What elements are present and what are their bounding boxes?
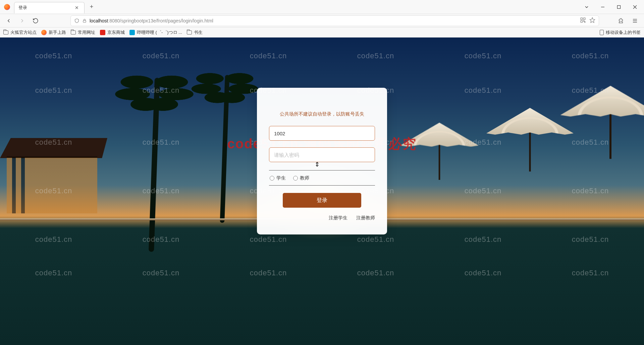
qr-icon[interactable]	[580, 17, 586, 24]
bg-palmtree	[111, 38, 198, 265]
svg-rect-6	[584, 18, 585, 19]
jd-favicon-icon	[100, 30, 105, 35]
window-titlebar: 登录 ✕ +	[0, 0, 644, 14]
lock-icon	[82, 18, 87, 23]
role-radio-group: 学生 教师	[269, 170, 375, 186]
titlebar-left: 登录 ✕ +	[0, 0, 97, 14]
register-teacher-link[interactable]: 注册教师	[356, 215, 375, 221]
bookmark-label: 常用网址	[78, 29, 95, 36]
tab-close-icon[interactable]: ✕	[73, 5, 80, 10]
url-right-icons	[580, 17, 595, 24]
svg-rect-8	[584, 21, 584, 21]
bookmark-label: 火狐官方站点	[10, 29, 37, 36]
bookmark-label: 新手上路	[49, 29, 66, 36]
window-dropdown-button[interactable]	[579, 2, 594, 12]
folder-icon	[187, 30, 192, 34]
svg-rect-5	[581, 18, 582, 19]
bookmark-label: 京东商城	[107, 29, 125, 36]
login-tip-text: 公共场所不建议自动登录，以防账号丢失	[269, 111, 375, 117]
window-controls	[579, 2, 644, 12]
username-input[interactable]	[269, 126, 375, 141]
role-option-teacher[interactable]: 教师	[293, 175, 309, 181]
bookmark-label: 哔哩哔哩 (゜-゜)つロ ...	[137, 29, 182, 36]
folder-icon	[3, 30, 8, 34]
new-tab-button[interactable]: +	[87, 2, 97, 12]
login-submit-button[interactable]: 登录	[283, 193, 361, 208]
extensions-button[interactable]	[615, 15, 627, 26]
star-icon[interactable]	[589, 17, 595, 24]
role-radio-student[interactable]	[270, 176, 274, 181]
svg-rect-9	[585, 22, 585, 22]
bilibili-favicon-icon	[129, 30, 135, 35]
bookmark-item[interactable]: 火狐官方站点	[3, 29, 37, 36]
browser-tab[interactable]: 登录 ✕	[14, 2, 85, 13]
role-option-student[interactable]: 学生	[270, 175, 286, 181]
url-path: :8080/springbootpx13e/front/pages/login/…	[108, 18, 213, 23]
bg-umbrella	[400, 123, 479, 147]
bookmark-item[interactable]: 书生	[187, 29, 203, 36]
url-input[interactable]: localhost:8080/springbootpx13e/front/pag…	[70, 15, 599, 26]
bookmark-label: 书生	[194, 29, 203, 36]
role-label: 教师	[300, 175, 309, 181]
svg-rect-7	[581, 21, 582, 22]
mobile-icon	[600, 30, 604, 35]
svg-marker-10	[590, 18, 595, 23]
address-bar: localhost:8080/springbootpx13e/front/pag…	[0, 14, 644, 27]
bg-house	[0, 138, 107, 218]
url-host: localhost	[90, 18, 108, 23]
password-input[interactable]	[269, 147, 375, 162]
folder-icon	[71, 30, 76, 34]
register-links: 注册学生 注册教师	[269, 215, 375, 221]
nav-forward-button[interactable]	[17, 15, 28, 26]
url-text: localhost:8080/springbootpx13e/front/pag…	[90, 18, 577, 23]
firefox-favicon-icon	[41, 30, 47, 35]
login-card: 公共场所不建议自动登录，以防账号丢失 学生 教师 登录 注册学生 注册教师	[257, 88, 387, 234]
window-close-button[interactable]	[627, 2, 643, 12]
bookmark-item[interactable]: 京东商城	[100, 29, 125, 36]
svg-rect-1	[618, 5, 621, 8]
app-menu-button[interactable]	[629, 15, 641, 26]
tab-title: 登录	[18, 5, 73, 11]
bookmark-item[interactable]: 常用网址	[71, 29, 95, 36]
firefox-logo-icon	[0, 4, 14, 10]
bg-palmtree	[188, 38, 262, 234]
bookmarks-bar: 火狐官方站点 新手上路 常用网址 京东商城 哔哩哔哩 (゜-゜)つロ ... 书…	[0, 27, 644, 38]
window-maximize-button[interactable]	[611, 2, 627, 12]
nav-reload-button[interactable]	[30, 15, 41, 26]
register-student-link[interactable]: 注册学生	[329, 215, 347, 221]
bookmark-item[interactable]: 新手上路	[41, 29, 66, 36]
bg-umbrella	[560, 86, 644, 117]
address-right	[615, 15, 641, 26]
shield-icon	[74, 18, 79, 23]
window-minimize-button[interactable]	[595, 2, 610, 12]
nav-back-button[interactable]	[3, 15, 14, 26]
bookmark-item[interactable]: 哔哩哔哩 (゜-゜)つロ ...	[129, 29, 182, 36]
role-label: 学生	[276, 175, 286, 181]
mobile-bookmarks-label: 移动设备上的书签	[606, 29, 641, 36]
role-radio-teacher[interactable]	[293, 176, 298, 181]
mobile-bookmarks-button[interactable]: 移动设备上的书签	[600, 29, 641, 36]
page-content: code51.cncode51.cncode51.cncode51.cncode…	[0, 38, 644, 345]
svg-rect-4	[83, 20, 86, 22]
